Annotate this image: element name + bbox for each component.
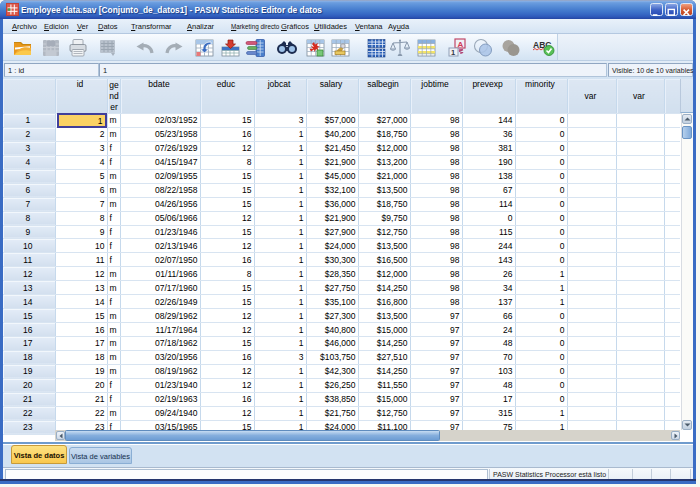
svg-text:1: 1 — [451, 48, 455, 57]
svg-text:A: A — [458, 40, 464, 49]
